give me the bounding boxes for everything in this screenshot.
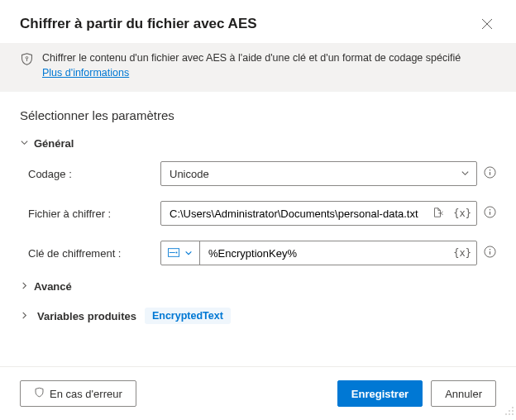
group-advanced-label: Avancé [34,280,72,293]
on-error-button[interactable]: En cas d'erreur [20,380,136,407]
group-general[interactable]: Général [20,137,496,150]
dialog-title: Chiffrer à partir du fichier avec AES [20,16,257,32]
key-mode-selector[interactable] [161,241,200,265]
group-produced-label: Variables produites [37,310,136,322]
file-icon [432,207,443,221]
variable-picker-button[interactable]: {x} [448,241,476,265]
svg-point-8 [490,249,491,251]
variable-icon: {x} [453,208,471,219]
shield-outline-icon [34,387,45,400]
group-general-label: Général [34,137,74,150]
svg-point-13 [509,413,510,415]
save-label: Enregistrer [351,388,408,400]
close-icon [481,18,493,30]
file-picker-button[interactable] [427,202,448,225]
svg-point-0 [26,57,28,60]
svg-point-9 [512,407,514,408]
encoding-label: Codage : [28,168,160,180]
more-info-link[interactable]: Plus d'informations [42,67,129,79]
svg-point-11 [512,410,514,412]
cancel-label: Annuler [445,388,482,400]
banner-text: Chiffrer le contenu d'un fichier avec AE… [42,52,461,64]
info-icon[interactable] [484,166,496,181]
svg-point-10 [509,410,510,412]
group-produced-variables[interactable]: Variables produites EncryptedText [20,308,496,324]
info-icon[interactable] [484,246,496,260]
chevron-down-icon [461,168,470,180]
direct-input-icon [168,247,179,260]
produced-variable-badge[interactable]: EncryptedText [145,308,231,324]
encoding-value: Unicode [170,168,209,180]
file-label: Fichier à chiffrer : [28,208,160,220]
save-button[interactable]: Enregistrer [337,380,423,407]
info-icon[interactable] [484,206,496,221]
encoding-select[interactable]: Unicode [160,161,477,186]
svg-point-12 [505,413,507,415]
resize-grip-icon[interactable] [504,406,514,418]
close-button[interactable] [478,15,496,33]
group-advanced[interactable]: Avancé [20,280,496,293]
chevron-right-icon [20,310,29,322]
variable-picker-button[interactable]: {x} [448,202,476,225]
info-banner: Chiffrer le contenu d'un fichier avec AE… [0,43,516,92]
on-error-label: En cas d'erreur [50,388,122,400]
shield-icon [20,52,34,69]
cancel-button[interactable]: Annuler [431,380,496,407]
file-input[interactable] [161,202,427,225]
section-title: Sélectionner les paramètres [20,108,496,122]
chevron-down-icon [184,247,193,260]
svg-point-4 [490,209,491,211]
svg-point-14 [512,413,514,415]
variable-icon: {x} [453,247,471,259]
key-label: Clé de chiffrement : [28,247,160,260]
svg-point-2 [490,169,491,171]
chevron-down-icon [20,137,29,150]
key-input[interactable] [200,241,448,265]
svg-rect-6 [176,251,178,253]
chevron-right-icon [20,280,29,293]
